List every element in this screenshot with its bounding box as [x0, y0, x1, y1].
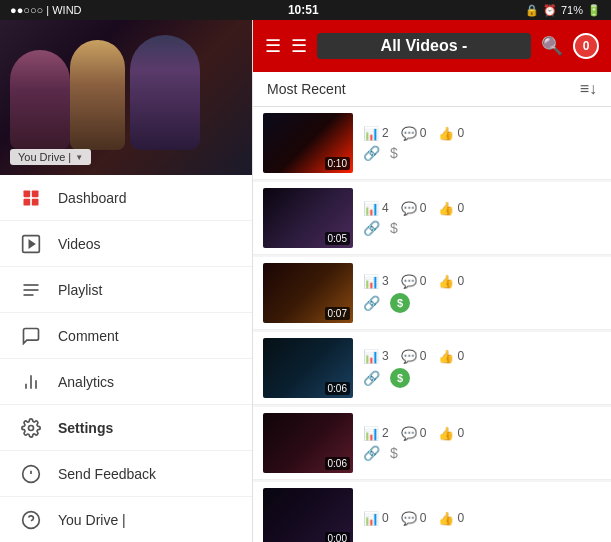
sidebar-item-label: You Drive | [58, 512, 126, 528]
monetize-icon-active[interactable]: $ [390, 368, 410, 388]
monetize-icon[interactable]: $ [390, 145, 398, 161]
video-thumbnail[interactable]: 0:06 [263, 338, 353, 398]
sidebar-item-comment[interactable]: Comment [0, 313, 252, 359]
video-thumbnail[interactable]: 0:07 [263, 263, 353, 323]
sidebar-item-playlist[interactable]: Playlist [0, 267, 252, 313]
views-count: 2 [382, 426, 389, 440]
sidebar-item-analytics[interactable]: Analytics [0, 359, 252, 405]
video-meta: 📊 4 💬 0 👍 0 🔗 $ [363, 201, 601, 236]
video-actions: 🔗 $ [363, 145, 601, 161]
character-3 [130, 35, 200, 150]
views-icon: 📊 [363, 126, 379, 141]
likes-count: 0 [457, 511, 464, 525]
video-actions: 🔗 $ [363, 368, 601, 388]
comment-icon [20, 325, 42, 347]
video-stats: 📊 0 💬 0 👍 0 [363, 511, 601, 526]
video-duration: 0:07 [325, 307, 350, 320]
sidebar-item-settings[interactable]: Settings [0, 405, 252, 451]
video-thumbnail[interactable]: 0:00 [263, 488, 353, 542]
comments-stat: 💬 0 [401, 426, 427, 441]
likes-stat: 👍 0 [438, 426, 464, 441]
question-icon [20, 509, 42, 531]
video-thumbnail[interactable]: 0:06 [263, 413, 353, 473]
sidebar-item-label: Comment [58, 328, 119, 344]
sidebar-item-you-drive[interactable]: You Drive | [0, 497, 252, 542]
sidebar-item-label: Dashboard [58, 190, 127, 206]
link-icon[interactable]: 🔗 [363, 370, 380, 386]
likes-stat: 👍 0 [438, 126, 464, 141]
likes-count: 0 [457, 426, 464, 440]
likes-count: 0 [457, 201, 464, 215]
comments-stat: 💬 0 [401, 201, 427, 216]
sidebar-item-label: Settings [58, 420, 113, 436]
channel-name-bar[interactable]: You Drive | ▼ [10, 149, 91, 165]
svg-marker-5 [29, 240, 34, 247]
comments-count: 0 [420, 274, 427, 288]
sidebar-item-label: Send Feedback [58, 466, 156, 482]
views-icon: 📊 [363, 349, 379, 364]
alert-icon [20, 463, 42, 485]
status-icons: 🔒 ⏰ 71% 🔋 [525, 4, 601, 17]
views-count: 2 [382, 126, 389, 140]
bar-chart-icon [20, 371, 42, 393]
alarm-icon: ⏰ [543, 4, 557, 17]
video-meta: 📊 3 💬 0 👍 0 🔗 $ [363, 349, 601, 388]
sidebar-item-dashboard[interactable]: Dashboard [0, 175, 252, 221]
likes-stat: 👍 0 [438, 349, 464, 364]
filter-bar: Most Recent ≡↓ [253, 72, 611, 107]
views-icon: 📊 [363, 511, 379, 526]
sidebar-item-send-feedback[interactable]: Send Feedback [0, 451, 252, 497]
link-icon[interactable]: 🔗 [363, 445, 380, 461]
video-item: 0:06 📊 2 💬 0 👍 0 [253, 407, 611, 480]
likes-icon: 👍 [438, 201, 454, 216]
link-icon[interactable]: 🔗 [363, 220, 380, 236]
likes-count: 0 [457, 274, 464, 288]
comments-icon: 💬 [401, 201, 417, 216]
views-stat: 📊 3 [363, 274, 389, 289]
filter-label: Most Recent [267, 81, 346, 97]
video-item: 0:10 📊 2 💬 0 👍 0 [253, 107, 611, 180]
comments-stat: 💬 0 [401, 274, 427, 289]
likes-count: 0 [457, 349, 464, 363]
comments-stat: 💬 0 [401, 126, 427, 141]
hamburger2-icon[interactable]: ☰ [291, 35, 307, 57]
sidebar: You Drive | ▼ Dashboard Videos [0, 20, 253, 542]
video-thumbnail[interactable]: 0:10 [263, 113, 353, 173]
list-icon [20, 279, 42, 301]
views-stat: 📊 2 [363, 426, 389, 441]
monetize-icon-active[interactable]: $ [390, 293, 410, 313]
page-title: All Videos - [317, 33, 531, 59]
video-meta: 📊 2 💬 0 👍 0 🔗 $ [363, 426, 601, 461]
likes-stat: 👍 0 [438, 201, 464, 216]
video-meta: 📊 3 💬 0 👍 0 🔗 $ [363, 274, 601, 313]
monetize-icon[interactable]: $ [390, 220, 398, 236]
play-square-icon [20, 233, 42, 255]
likes-icon: 👍 [438, 274, 454, 289]
menu-icon[interactable]: ☰ [265, 35, 281, 57]
notification-badge[interactable]: 0 [573, 33, 599, 59]
likes-icon: 👍 [438, 426, 454, 441]
status-time: 10:51 [288, 3, 319, 17]
sidebar-item-videos[interactable]: Videos [0, 221, 252, 267]
search-icon[interactable]: 🔍 [541, 35, 563, 57]
chevron-down-icon: ▼ [75, 153, 83, 162]
video-duration: 0:05 [325, 232, 350, 245]
views-icon: 📊 [363, 274, 379, 289]
views-stat: 📊 2 [363, 126, 389, 141]
sort-icon[interactable]: ≡↓ [580, 80, 597, 98]
comments-count: 0 [420, 201, 427, 215]
comments-icon: 💬 [401, 426, 417, 441]
video-meta: 📊 2 💬 0 👍 0 🔗 $ [363, 126, 601, 161]
video-stats: 📊 2 💬 0 👍 0 [363, 426, 601, 441]
link-icon[interactable]: 🔗 [363, 295, 380, 311]
video-thumbnail[interactable]: 0:05 [263, 188, 353, 248]
status-bar: ●●○○○ | WIND 10:51 🔒 ⏰ 71% 🔋 [0, 0, 611, 20]
likes-stat: 👍 0 [438, 511, 464, 526]
monetize-icon[interactable]: $ [390, 445, 398, 461]
link-icon[interactable]: 🔗 [363, 145, 380, 161]
likes-icon: 👍 [438, 349, 454, 364]
video-item: 0:05 📊 4 💬 0 👍 0 [253, 182, 611, 255]
comments-count: 0 [420, 126, 427, 140]
video-stats: 📊 2 💬 0 👍 0 [363, 126, 601, 141]
video-duration: 0:10 [325, 157, 350, 170]
